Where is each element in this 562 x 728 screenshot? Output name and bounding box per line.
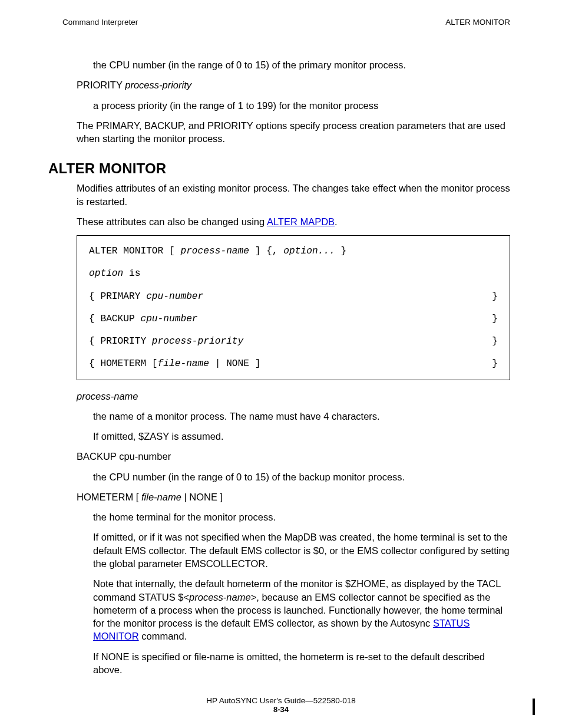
def-hometerm-d4: If NONE is specified or file-name is omi… — [93, 650, 510, 677]
page: Command Interpreter ALTER MONITOR the CP… — [0, 0, 562, 728]
def-hometerm-d1: the home terminal for the monitor proces… — [93, 510, 510, 523]
running-header: Command Interpreter ALTER MONITOR — [62, 18, 510, 27]
def-process-name-d2: If omitted, $ZASY is assumed. — [93, 430, 510, 443]
page-footer: HP AutoSYNC User's Guide—522580-018 8-34 — [0, 696, 562, 714]
def-hometerm-d3: Note that internally, the default homete… — [93, 577, 510, 643]
def-backup-label: BACKUP cpu-number — [77, 450, 510, 463]
p2-trail: . — [335, 216, 338, 227]
header-right: ALTER MONITOR — [445, 18, 510, 27]
cpu-desc: the CPU number (in the range of 0 to 15)… — [93, 58, 510, 71]
footer-page-number: 8-34 — [0, 705, 562, 714]
syntax-primary: { PRIMARY cpu-number } — [89, 291, 498, 302]
header-left: Command Interpreter — [62, 18, 138, 27]
def-hometerm-label: HOMETERM [ file-name | NONE ] — [77, 490, 510, 503]
syntax-line-2: option is — [89, 268, 498, 279]
p2-lead: These attributes can also be changed usi… — [77, 216, 267, 227]
def-hometerm-d2: If omitted, or if it was not specified w… — [93, 531, 510, 570]
alter-mapdb-link[interactable]: ALTER MAPDB — [267, 216, 335, 227]
syntax-hometerm: { HOMETERM [file-name | NONE ] } — [89, 358, 498, 370]
primary-backup-note: The PRIMARY, BACKUP, and PRIORITY option… — [77, 119, 510, 146]
syntax-line-1: ALTER MONITOR [ process-name ] {, option… — [89, 245, 498, 257]
section-p1: Modifies attributes of an existing monit… — [77, 182, 510, 208]
def-process-name-d1: the name of a monitor process. The name … — [93, 410, 510, 423]
syntax-backup: { BACKUP cpu-number } — [89, 313, 498, 325]
def-process-name-label: process-name — [77, 390, 510, 403]
syntax-priority: { PRIORITY process-priority } — [89, 335, 498, 347]
section-p2: These attributes can also be changed usi… — [77, 215, 510, 228]
priority-term: PRIORITY process-priority — [77, 78, 510, 91]
section-heading: ALTER MONITOR — [48, 160, 510, 177]
footer-title: HP AutoSYNC User's Guide—522580-018 — [0, 696, 562, 705]
def-backup-d1: the CPU number (in the range of 0 to 15)… — [93, 470, 510, 483]
syntax-box: ALTER MONITOR [ process-name ] {, option… — [77, 235, 510, 380]
priority-arg: process-priority — [125, 80, 191, 90]
priority-keyword: PRIORITY — [77, 80, 125, 90]
change-bar-icon — [533, 699, 535, 715]
priority-desc: a process priority (in the range of 1 to… — [93, 99, 510, 112]
